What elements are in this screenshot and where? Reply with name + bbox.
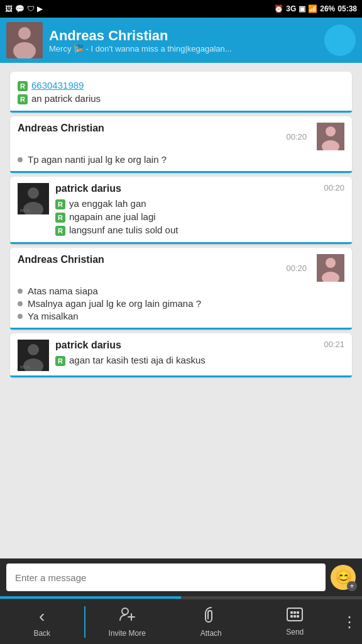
sender-avatar xyxy=(317,254,344,282)
signal-icon: 📶 xyxy=(308,4,317,13)
msg-time: 00:20 xyxy=(286,264,307,273)
sender-avatar-left: let fo... xyxy=(18,340,49,371)
progress-bar xyxy=(0,596,362,599)
bullet-icon xyxy=(18,314,23,319)
msg-line: R ngapain ane jual lagi xyxy=(55,211,344,223)
play-icon: ▶ xyxy=(37,4,43,13)
sim-icon: ▣ xyxy=(299,4,305,13)
nav-attach-label: Attach xyxy=(200,629,222,638)
svg-point-7 xyxy=(28,187,39,199)
send-icon xyxy=(287,608,303,625)
svg-rect-26 xyxy=(297,615,299,618)
header-avatar xyxy=(6,22,43,58)
msg-text: Msalnya agan jual lg ke org lain gimana … xyxy=(28,298,201,309)
msg-sender: Andreas Christian xyxy=(18,254,104,265)
invite-more-icon xyxy=(119,606,135,626)
msg-text: ya enggak lah gan xyxy=(69,198,146,209)
nav-back-button[interactable]: ‹ Back xyxy=(0,599,84,644)
chat-header[interactable]: Andreas Christian Mercy 🎏 - I don't wann… xyxy=(0,18,362,63)
msg-line: Ya misalkan xyxy=(18,311,344,321)
msg-text: agan tar kasih testi aja di kaskus xyxy=(69,355,206,365)
alarm-icon: ⏰ xyxy=(274,4,283,13)
r-badge: R xyxy=(55,226,65,236)
nav-send-label: Send xyxy=(286,628,304,636)
msg-line: R an patrick darius xyxy=(18,93,344,104)
emoji-add-icon: + xyxy=(347,581,357,591)
back-icon: ‹ xyxy=(39,606,45,626)
nav-back-label: Back xyxy=(33,629,50,638)
svg-rect-23 xyxy=(297,611,299,614)
svg-rect-24 xyxy=(290,615,293,618)
msg-text: Atas nama siapa xyxy=(28,286,98,296)
message-bubble-andreas-1: Andreas Christian 00:20 xyxy=(10,116,352,173)
svg-point-4 xyxy=(326,126,336,136)
svg-rect-22 xyxy=(293,611,296,614)
msg-line: R ya enggak lah gan xyxy=(55,198,344,209)
r-badge: R xyxy=(18,94,28,104)
msg-time: 00:20 xyxy=(324,183,344,192)
msg-line: R 6630431989 xyxy=(18,80,344,91)
msg-sender: Andreas Christian xyxy=(18,123,104,134)
time-label: 05:38 xyxy=(337,4,357,13)
bullet-icon xyxy=(18,301,23,306)
message-bubble-patrick-1: let fo... patrick darius 00:20 R ya engg… xyxy=(10,177,352,244)
bbm-icon: 💬 xyxy=(15,4,25,13)
nav-invite-label: Invite More xyxy=(109,629,146,638)
r-badge: R xyxy=(55,199,65,209)
msg-line: Atas nama siapa xyxy=(18,286,344,296)
message-bubble-andreas-2: Andreas Christian 00:20 xyxy=(10,248,352,330)
svg-point-17 xyxy=(122,608,128,614)
bullet-icon xyxy=(18,289,23,294)
r-badge: R xyxy=(18,81,28,91)
msg-line: R agan tar kasih testi aja di kaskus xyxy=(55,355,344,366)
bottom-nav: ‹ Back Invite More Attach xyxy=(0,599,362,644)
status-bar: 🖼 💬 🛡 ▶ ⏰ 3G ▣ 📶 26% 05:38 xyxy=(0,0,362,18)
svg-point-14 xyxy=(28,344,39,355)
msg-time: 00:20 xyxy=(286,132,307,142)
battery-label: 26% xyxy=(320,4,335,13)
msg-sender: patrick darius xyxy=(55,183,121,194)
status-bar-right: ⏰ 3G ▣ 📶 26% 05:38 xyxy=(274,4,357,13)
nav-send-button[interactable]: Send xyxy=(253,599,337,644)
header-action-button[interactable] xyxy=(324,25,356,56)
header-info: Andreas Christian Mercy 🎏 - I don't wann… xyxy=(43,28,324,53)
header-contact-name: Andreas Christian xyxy=(49,28,318,44)
status-bar-left-icons: 🖼 💬 🛡 ▶ xyxy=(5,4,43,13)
svg-point-1 xyxy=(18,27,31,40)
sender-avatar xyxy=(317,123,344,150)
message-bubble: R 6630431989 R an patrick darius xyxy=(10,72,352,113)
nav-attach-button[interactable]: Attach xyxy=(169,599,253,644)
msg-line: Msalnya agan jual lg ke org lain gimana … xyxy=(18,298,344,309)
chat-area: R 6630431989 R an patrick darius Andreas… xyxy=(0,63,362,558)
r-badge: R xyxy=(55,356,65,366)
r-badge: R xyxy=(55,213,65,223)
emoji-button[interactable]: 😊 + xyxy=(331,565,356,590)
svg-rect-25 xyxy=(293,615,296,618)
svg-rect-21 xyxy=(290,611,293,614)
message-input[interactable] xyxy=(6,564,326,591)
bullet-icon xyxy=(18,157,23,162)
msg-line: R langsunf ane tulis sold out xyxy=(55,225,344,236)
nav-more-button[interactable]: ⋮ xyxy=(337,613,362,631)
msg-phone-link[interactable]: 6630431989 xyxy=(31,80,84,91)
msg-line: Tp agan nanti jual lg ke org lain ? xyxy=(18,154,344,165)
msg-text: langsunf ane tulis sold out xyxy=(69,225,178,235)
input-bar: 😊 + xyxy=(0,558,362,596)
header-status-text: Mercy 🎏 - I don't wanna miss a thing|keg… xyxy=(49,44,318,53)
svg-text:let fo...: let fo... xyxy=(20,208,33,213)
msg-time: 00:21 xyxy=(324,340,344,349)
shield-icon: 🛡 xyxy=(27,4,35,13)
network-label: 3G xyxy=(286,4,296,13)
progress-fill xyxy=(0,596,181,599)
msg-sender: patrick darius xyxy=(55,340,121,351)
nav-invite-button[interactable]: Invite More xyxy=(85,599,170,644)
svg-rect-20 xyxy=(287,608,302,621)
attach-icon xyxy=(204,606,219,626)
msg-text: Tp agan nanti jual lg ke org lain ? xyxy=(28,154,167,165)
msg-text: ngapain ane jual lagi xyxy=(69,211,156,222)
svg-text:let fo...: let fo... xyxy=(20,365,33,369)
sender-avatar-left: let fo... xyxy=(18,183,49,214)
svg-point-11 xyxy=(326,258,336,268)
more-dots-icon: ⋮ xyxy=(342,613,357,631)
msg-text: Ya misalkan xyxy=(28,311,79,321)
